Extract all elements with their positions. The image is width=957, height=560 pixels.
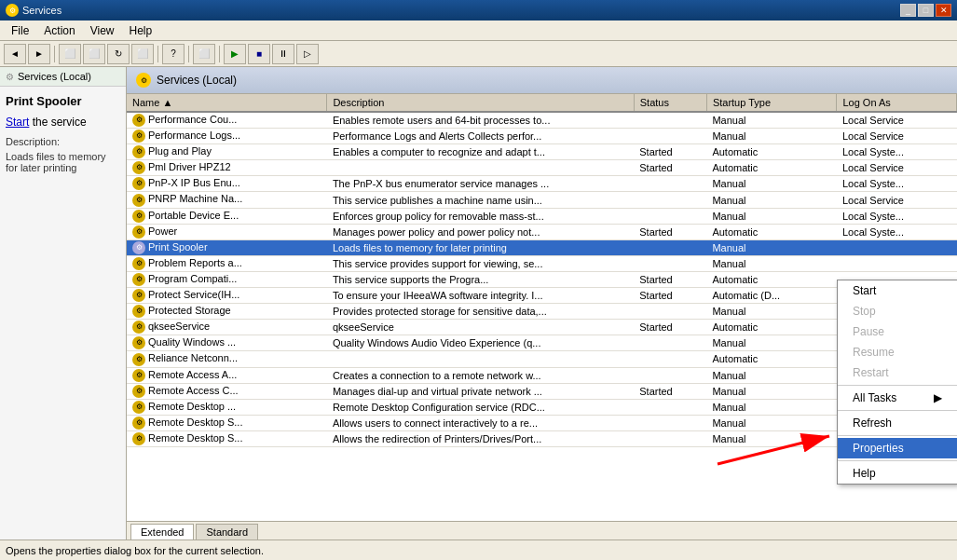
- context-menu-item-help[interactable]: Help: [838, 463, 957, 484]
- menu-file[interactable]: File: [4, 22, 36, 39]
- context-menu-separator: [838, 410, 957, 411]
- play-button[interactable]: ▶: [224, 44, 246, 64]
- col-startup-type[interactable]: Startup Type: [706, 94, 837, 112]
- context-menu-item-refresh[interactable]: Refresh: [838, 413, 957, 433]
- sidebar-content: Print Spooler Start the service Descript…: [0, 87, 126, 181]
- context-menu-item-all-tasks[interactable]: All Tasks▶: [838, 388, 957, 408]
- col-description[interactable]: Description: [327, 94, 634, 112]
- cell-name: ⚙Remote Access C...: [127, 383, 327, 399]
- table-row[interactable]: ⚙Performance Cou... Enables remote users…: [127, 112, 957, 129]
- show-hide-button[interactable]: ⬜: [83, 44, 105, 64]
- cell-startup: Automatic: [706, 271, 837, 287]
- menu-help[interactable]: Help: [122, 22, 160, 39]
- refresh-button[interactable]: ↻: [107, 44, 130, 64]
- tab-standard[interactable]: Standard: [196, 524, 258, 540]
- col-logon-as[interactable]: Log On As: [837, 94, 957, 112]
- cell-desc: Allows users to connect interactively to…: [327, 415, 634, 430]
- cell-logon: [837, 255, 957, 271]
- export-button[interactable]: ⬜: [131, 44, 154, 64]
- tab-extended[interactable]: Extended: [130, 524, 194, 540]
- cell-desc: qkseeService: [327, 320, 634, 335]
- table-row[interactable]: ⚙Print Spooler Loads files to memory for…: [127, 239, 957, 255]
- table-row[interactable]: ⚙Protect Service(IH... To ensure your IH…: [127, 288, 957, 304]
- col-status[interactable]: Status: [634, 94, 706, 112]
- cell-desc: [327, 160, 634, 176]
- cell-status: Started: [634, 224, 706, 239]
- context-menu-item-properties[interactable]: Properties: [838, 438, 957, 458]
- minimize-button[interactable]: _: [900, 4, 916, 17]
- table-row[interactable]: ⚙Remote Desktop ... Remote Desktop Confi…: [127, 399, 957, 415]
- toolbar: ◄ ► ⬜ ⬜ ↻ ⬜ ? ⬜ ▶ ■ ⏸ ▷: [0, 41, 957, 67]
- table-row[interactable]: ⚙Problem Reports a... This service provi…: [127, 255, 957, 271]
- up-button[interactable]: ⬜: [59, 44, 81, 64]
- context-menu-item-start[interactable]: Start: [838, 280, 957, 301]
- cell-status: [634, 208, 706, 224]
- menu-action[interactable]: Action: [36, 22, 82, 39]
- cell-status: [634, 239, 706, 255]
- cell-status: [634, 129, 706, 144]
- cell-name: ⚙Portable Device E...: [127, 208, 327, 224]
- cell-logon: Local Service: [837, 192, 957, 208]
- cell-status: [634, 399, 706, 415]
- close-button[interactable]: ✕: [936, 4, 951, 17]
- content-header-icon: ⚙: [136, 73, 151, 88]
- cell-desc: Creates a connection to a remote network…: [327, 367, 634, 383]
- sidebar-description-label: Description:: [6, 136, 120, 147]
- start-service-link[interactable]: Start: [6, 116, 29, 129]
- cell-status: [634, 112, 706, 129]
- table-row[interactable]: ⚙Pml Driver HPZ12 Started Automatic Loca…: [127, 160, 957, 176]
- table-row[interactable]: ⚙Power Manages power policy and power po…: [127, 224, 957, 239]
- context-menu-item-pause: Pause: [838, 321, 957, 342]
- back-button[interactable]: ◄: [4, 44, 26, 64]
- table-row[interactable]: ⚙Portable Device E... Enforces group pol…: [127, 208, 957, 224]
- cell-name: ⚙Remote Desktop S...: [127, 415, 327, 430]
- table-row[interactable]: ⚙Reliance Netconn... Automatic: [127, 351, 957, 367]
- table-row[interactable]: ⚙Quality Windows ... Quality Windows Aud…: [127, 335, 957, 351]
- table-row[interactable]: ⚙Remote Access C... Manages dial-up and …: [127, 383, 957, 399]
- table-row[interactable]: ⚙PNRP Machine Na... This service publish…: [127, 192, 957, 208]
- col-name[interactable]: Name ▲: [127, 94, 327, 112]
- cell-startup: Manual: [706, 383, 837, 399]
- table-row[interactable]: ⚙PnP-X IP Bus Enu... The PnP-X bus enume…: [127, 176, 957, 192]
- table-row[interactable]: ⚙Remote Access A... Creates a connection…: [127, 367, 957, 383]
- table-row[interactable]: ⚙Performance Logs... Performance Logs an…: [127, 129, 957, 144]
- cell-desc: This service publishes a machine name us…: [327, 192, 634, 208]
- cell-name: ⚙Power: [127, 224, 327, 239]
- maximize-button[interactable]: □: [918, 4, 934, 17]
- cell-name: ⚙Problem Reports a...: [127, 255, 327, 271]
- cell-startup: Automatic: [706, 224, 837, 239]
- services-table-container[interactable]: Name ▲ Description Status Startup Type L…: [127, 94, 957, 521]
- toolbar-separator-3: [188, 46, 189, 62]
- pause-button[interactable]: ⏸: [272, 44, 294, 64]
- cell-logon: Local Syste...: [837, 208, 957, 224]
- step-button[interactable]: ▷: [296, 44, 319, 64]
- table-row[interactable]: ⚙Remote Desktop S... Allows the redirect…: [127, 430, 957, 446]
- cell-status: Started: [634, 320, 706, 335]
- table-row[interactable]: ⚙Remote Desktop S... Allows users to con…: [127, 415, 957, 430]
- cell-logon: Local Service: [837, 160, 957, 176]
- sidebar-header[interactable]: ⚙ Services (Local): [0, 67, 126, 87]
- table-row[interactable]: ⚙qkseeService qkseeService Started Autom…: [127, 320, 957, 335]
- help-button[interactable]: ?: [162, 44, 185, 64]
- cell-desc: To ensure your IHeeaWA software integrit…: [327, 288, 634, 304]
- table-row[interactable]: ⚙Plug and Play Enables a computer to rec…: [127, 144, 957, 160]
- cell-desc: The PnP-X bus enumerator service manages…: [327, 176, 634, 192]
- cell-status: Started: [634, 383, 706, 399]
- connect-button[interactable]: ⬜: [193, 44, 215, 64]
- context-menu-item-resume: Resume: [838, 342, 957, 362]
- cell-logon: Local Service: [837, 112, 957, 129]
- cell-startup: Automatic: [706, 144, 837, 160]
- stop-button[interactable]: ■: [248, 44, 270, 64]
- table-row[interactable]: ⚙Program Compati... This service support…: [127, 271, 957, 287]
- content-area: ⚙ Services (Local) Name ▲ Description St…: [127, 67, 957, 540]
- menu-view[interactable]: View: [83, 22, 122, 39]
- cell-name: ⚙Remote Desktop ...: [127, 399, 327, 415]
- table-row[interactable]: ⚙Protected Storage Provides protected st…: [127, 304, 957, 320]
- forward-button[interactable]: ►: [28, 44, 50, 64]
- title-bar: ⚙ Services _ □ ✕: [0, 0, 957, 20]
- sidebar-description-text: Loads files to memory for later printing: [6, 151, 120, 173]
- main-container: ⚙ Services (Local) Print Spooler Start t…: [0, 67, 957, 540]
- cell-name: ⚙PNRP Machine Na...: [127, 192, 327, 208]
- context-menu-item-stop: Stop: [838, 301, 957, 321]
- cell-logon: [837, 239, 957, 255]
